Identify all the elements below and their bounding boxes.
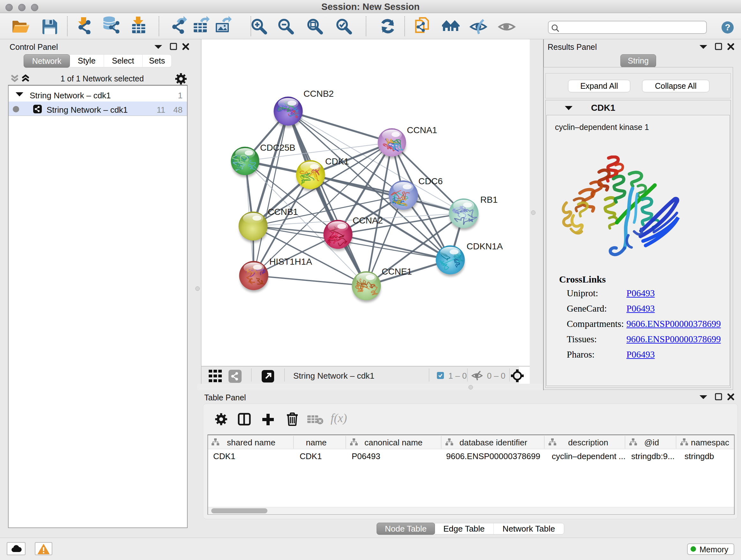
svg-text:CCNA1: CCNA1	[407, 125, 437, 135]
svg-text:CDKN1A: CDKN1A	[467, 241, 503, 251]
svg-text:CCNE1: CCNE1	[382, 266, 412, 276]
svg-text:HIST1H1A: HIST1H1A	[269, 257, 312, 266]
svg-text:CDC25B: CDC25B	[260, 143, 295, 152]
svg-text:RB1: RB1	[480, 195, 497, 205]
svg-text:CDC6: CDC6	[418, 176, 443, 186]
svg-text:CDK1: CDK1	[325, 157, 349, 166]
svg-text:CCNA2: CCNA2	[353, 215, 383, 226]
svg-text:CCNB2: CCNB2	[304, 89, 334, 99]
svg-text:CCNB1: CCNB1	[268, 207, 298, 217]
